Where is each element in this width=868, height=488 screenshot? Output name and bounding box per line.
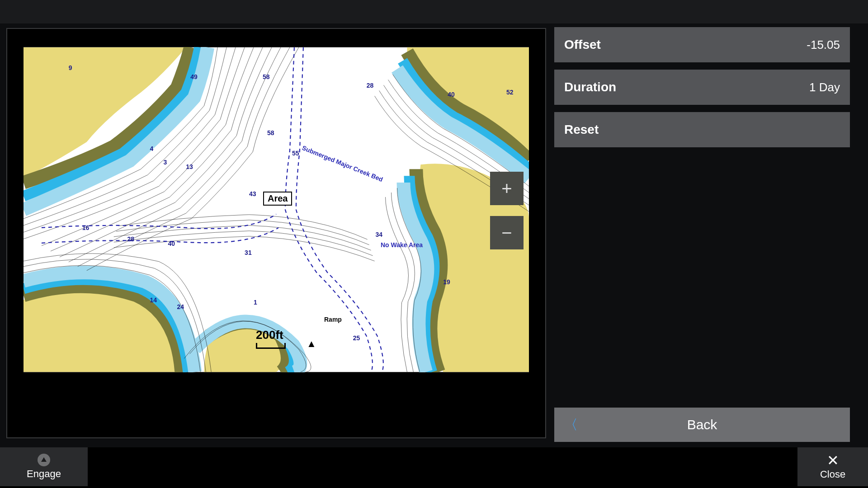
offset-label: Offset — [564, 38, 601, 52]
zoom-in-button[interactable]: + — [490, 172, 524, 205]
main-area: 94958 284052 4313 554358 162840 3134 142… — [0, 23, 868, 447]
svg-text:25: 25 — [353, 334, 360, 342]
bottom-bar: Engage ✕ Close — [0, 447, 868, 486]
engage-button[interactable]: Engage — [0, 447, 88, 486]
engage-icon — [38, 454, 50, 466]
svg-text:43: 43 — [249, 190, 256, 197]
svg-text:58: 58 — [263, 73, 270, 80]
close-button[interactable]: ✕ Close — [797, 447, 868, 486]
back-label: Back — [687, 417, 717, 432]
svg-text:55: 55 — [292, 150, 299, 157]
svg-text:40: 40 — [168, 240, 175, 247]
svg-text:4: 4 — [150, 145, 154, 152]
svg-text:40: 40 — [448, 91, 455, 98]
svg-text:16: 16 — [82, 224, 90, 231]
svg-text:3: 3 — [163, 159, 167, 166]
minus-icon: − — [501, 223, 512, 243]
bathymetric-chart[interactable]: 94958 284052 4313 554358 162840 3134 142… — [24, 47, 529, 372]
zoom-controls: + − — [490, 172, 524, 260]
svg-text:14: 14 — [150, 296, 157, 304]
scale-indicator: 200ft — [256, 328, 286, 349]
svg-text:28: 28 — [367, 82, 374, 89]
close-label: Close — [820, 469, 845, 480]
map-container: 94958 284052 4313 554358 162840 3134 142… — [0, 23, 551, 447]
duration-row[interactable]: Duration 1 Day — [554, 70, 850, 105]
close-icon: ✕ — [827, 453, 839, 468]
svg-text:9: 9 — [69, 64, 72, 71]
map-text-nowake: No Wake Area — [381, 241, 423, 249]
svg-text:24: 24 — [177, 303, 184, 310]
engage-label: Engage — [27, 468, 61, 480]
plus-icon: + — [501, 178, 512, 199]
map-text-ramp: Ramp — [324, 316, 342, 323]
svg-text:34: 34 — [376, 231, 383, 238]
svg-text:31: 31 — [245, 249, 252, 256]
duration-label: Duration — [564, 80, 616, 94]
map-frame: 94958 284052 4313 554358 162840 3134 142… — [6, 28, 546, 438]
duration-value: 1 Day — [809, 80, 840, 94]
chevron-left-icon: 〈 — [564, 416, 578, 434]
svg-text:28: 28 — [127, 235, 135, 243]
reset-label: Reset — [564, 122, 599, 137]
svg-text:1: 1 — [254, 299, 257, 306]
north-arrow-icon: ▲ — [307, 338, 316, 350]
svg-text:49: 49 — [190, 73, 198, 80]
svg-text:52: 52 — [506, 89, 514, 96]
svg-text:58: 58 — [267, 129, 274, 136]
settings-panel: Offset -15.05 Duration 1 Day Reset 〈 Bac… — [551, 23, 862, 447]
svg-text:19: 19 — [443, 278, 450, 286]
offset-value: -15.05 — [807, 38, 840, 52]
scale-label: 200ft — [256, 328, 283, 342]
zoom-out-button[interactable]: − — [490, 216, 524, 249]
chart-svg: 94958 284052 4313 554358 162840 3134 142… — [24, 47, 529, 372]
svg-text:13: 13 — [186, 163, 193, 170]
scale-bar-icon — [256, 343, 286, 349]
reset-button[interactable]: Reset — [554, 112, 850, 147]
top-bar — [0, 0, 868, 23]
offset-row[interactable]: Offset -15.05 — [554, 27, 850, 62]
area-label: Area — [263, 192, 292, 206]
back-button[interactable]: 〈 Back — [554, 408, 850, 442]
